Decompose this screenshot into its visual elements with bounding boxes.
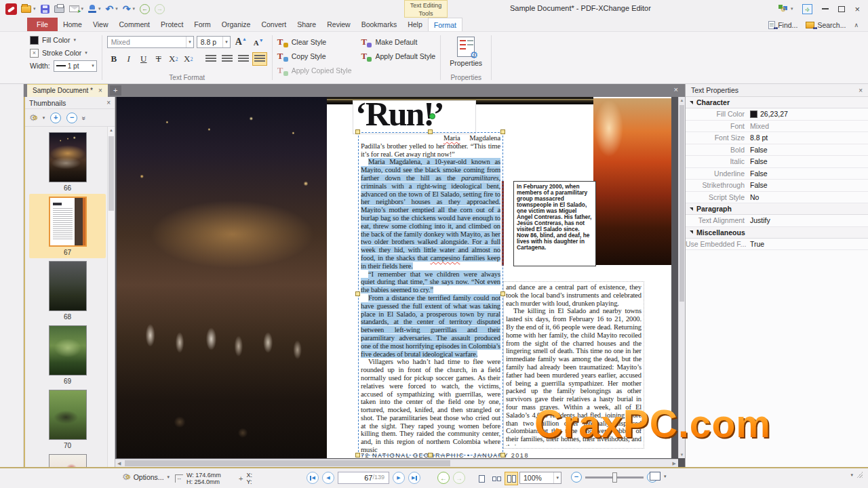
chevron-down-icon[interactable]: ▾ bbox=[664, 474, 667, 479]
close-button[interactable]: × bbox=[854, 5, 860, 14]
print-icon[interactable] bbox=[54, 5, 64, 13]
article-paragraph[interactable]: and dance are a central part of existenc… bbox=[506, 283, 642, 307]
shrink-font-button[interactable]: A▼ bbox=[252, 38, 266, 47]
apply-default-style-button[interactable]: TApply Default Style bbox=[361, 50, 435, 62]
tab-bookmarks[interactable]: Bookmarks bbox=[356, 18, 403, 31]
scroll-left-icon[interactable]: ◀ bbox=[117, 461, 121, 466]
zoom-level-select[interactable]: 100%▾ bbox=[519, 472, 561, 484]
font-name-select[interactable]: Mixed▾ bbox=[107, 36, 194, 48]
font-size-select[interactable]: 8.8 p▾ bbox=[197, 36, 231, 48]
email-icon[interactable] bbox=[69, 5, 79, 12]
chevron-down-icon[interactable]: ▾ bbox=[85, 50, 87, 56]
resize-handle[interactable] bbox=[428, 453, 433, 458]
scrollbar-thumb[interactable] bbox=[108, 136, 114, 211]
page-thumbnail-image[interactable] bbox=[49, 261, 87, 311]
next-page-button[interactable]: ▶ bbox=[393, 472, 405, 484]
property-row-text-alignment[interactable]: Text AlignmentJustify bbox=[686, 215, 868, 227]
properties-button[interactable]: Properties bbox=[446, 35, 486, 74]
grow-font-button[interactable]: A▲ bbox=[233, 37, 249, 47]
chevron-down-icon[interactable]: ▾ bbox=[553, 472, 561, 483]
ui-layout-icon[interactable] bbox=[778, 5, 788, 13]
property-value[interactable]: True bbox=[750, 240, 764, 248]
scrollbar-thumb[interactable] bbox=[679, 105, 684, 302]
page-number-input[interactable]: 67/139 bbox=[338, 472, 389, 484]
photo-caption-frame[interactable]: In February 2000, when members of a para… bbox=[513, 181, 596, 266]
scroll-down-icon[interactable]: ▼ bbox=[679, 453, 685, 457]
align-center-button[interactable] bbox=[220, 52, 235, 66]
strikethrough-button[interactable]: T bbox=[152, 52, 165, 66]
tab-share[interactable]: Share bbox=[292, 18, 321, 31]
property-row-script-style[interactable]: Script StyleNo bbox=[686, 192, 868, 204]
property-row-strikethrough[interactable]: StrikethroughFalse bbox=[686, 180, 868, 192]
scroll-up-icon[interactable]: ▲ bbox=[108, 127, 115, 134]
property-value[interactable]: 8.8 pt bbox=[750, 134, 768, 142]
tab-help[interactable]: Help bbox=[402, 18, 428, 31]
zoom-out-thumbnails-button[interactable]: − bbox=[66, 113, 77, 123]
chevron-down-icon[interactable]: ▾ bbox=[43, 115, 45, 121]
page-thumbnail-image[interactable] bbox=[49, 325, 87, 375]
tab-organize[interactable]: Organize bbox=[216, 18, 256, 31]
tab-convert[interactable]: Convert bbox=[256, 18, 292, 31]
previous-page-button[interactable]: ◀ bbox=[322, 472, 334, 484]
underline-button[interactable]: U bbox=[137, 52, 151, 66]
italic-button[interactable]: I bbox=[122, 52, 136, 66]
chevron-down-icon[interactable]: ▾ bbox=[81, 6, 84, 12]
page-thumbnail-image[interactable] bbox=[49, 454, 87, 467]
properties-section-character[interactable]: Character bbox=[686, 97, 868, 108]
stamp-icon[interactable] bbox=[88, 5, 96, 13]
minimize-button[interactable] bbox=[822, 8, 829, 9]
property-row-use-embedded-f-[interactable]: Use Embedded F...True bbox=[686, 239, 868, 251]
chevron-down-icon[interactable]: ▾ bbox=[186, 37, 193, 47]
fullscreen-icon[interactable] bbox=[802, 4, 812, 14]
close-document-icon[interactable]: × bbox=[674, 84, 685, 97]
chevron-down-icon[interactable]: ▾ bbox=[850, 472, 853, 478]
resize-handle[interactable] bbox=[428, 129, 433, 134]
align-left-button[interactable] bbox=[203, 52, 218, 66]
search-button[interactable]: Search... bbox=[806, 21, 846, 29]
maximize-button[interactable] bbox=[838, 6, 845, 12]
save-icon[interactable] bbox=[41, 5, 50, 14]
property-value[interactable]: False bbox=[750, 169, 768, 178]
chevron-down-icon[interactable]: ▾ bbox=[98, 6, 101, 12]
document-tab[interactable]: Sample Document * × bbox=[27, 84, 108, 97]
resize-handle[interactable] bbox=[355, 129, 360, 134]
resize-handle[interactable] bbox=[500, 129, 505, 134]
property-value[interactable]: Mixed bbox=[750, 122, 769, 130]
align-right-button[interactable] bbox=[236, 52, 251, 66]
make-default-button[interactable]: TMake Default bbox=[361, 36, 435, 47]
page-thumbnail-image[interactable] bbox=[49, 390, 87, 440]
page-thumbnail-image[interactable] bbox=[49, 132, 87, 182]
text-node-handle[interactable] bbox=[429, 113, 435, 119]
clear-style-button[interactable]: TClear Style bbox=[277, 36, 352, 47]
bold-button[interactable]: B bbox=[107, 52, 121, 66]
fill-color-button[interactable]: Fill Color▾ bbox=[30, 35, 97, 45]
chevron-down-icon[interactable]: ▾ bbox=[115, 6, 118, 12]
property-row-underline[interactable]: UnderlineFalse bbox=[686, 168, 868, 180]
scroll-right-icon[interactable]: ▶ bbox=[673, 461, 676, 466]
property-row-fill-color[interactable]: Fill Color26,23,27 bbox=[686, 108, 868, 121]
selected-text-box[interactable] bbox=[358, 132, 503, 455]
new-tab-button[interactable]: + bbox=[110, 85, 121, 96]
thumbnail-page-67[interactable]: 67 bbox=[29, 194, 106, 258]
zoom-out-button[interactable]: − bbox=[571, 472, 582, 483]
chevron-down-icon[interactable]: ▾ bbox=[222, 37, 230, 47]
close-panel-icon[interactable]: × bbox=[859, 87, 863, 94]
property-value[interactable]: False bbox=[750, 146, 768, 154]
property-row-italic[interactable]: ItalicFalse bbox=[686, 156, 868, 168]
chevron-down-icon[interactable]: ▾ bbox=[92, 63, 94, 68]
superscript-button[interactable]: X2 bbox=[182, 52, 195, 66]
last-page-button[interactable]: ▶ bbox=[408, 472, 420, 484]
subscript-button[interactable]: X2 bbox=[167, 52, 180, 66]
tab-view[interactable]: View bbox=[87, 18, 114, 31]
previous-view-button[interactable]: ← bbox=[437, 472, 450, 484]
property-value[interactable]: False bbox=[750, 181, 768, 189]
collapse-ribbon-icon[interactable]: ∧ bbox=[854, 22, 859, 28]
page-thumbnail-image[interactable] bbox=[49, 197, 87, 247]
thumbnail-page-71[interactable]: 71 bbox=[29, 451, 106, 467]
fit-page-icon[interactable] bbox=[650, 472, 660, 481]
photo-caption[interactable]: In February 2000, when members of a para… bbox=[517, 184, 593, 251]
tab-file[interactable]: File bbox=[27, 18, 58, 31]
tab-format[interactable]: Format bbox=[428, 18, 462, 31]
chevron-down-icon[interactable]: ▾ bbox=[33, 6, 36, 12]
back-icon[interactable]: ← bbox=[140, 4, 150, 14]
